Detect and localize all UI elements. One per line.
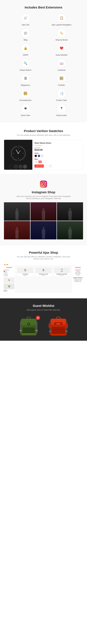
filter-blue[interactable]: Blue [4,272,14,274]
instagram-photo-5 [30,221,57,240]
ext-item-shop-brand: 🏷️ Shop by Brand [44,29,79,41]
svg-text:K: K [28,323,29,325]
ext-label-shop-brand: Shop by Brand [55,39,68,41]
sort-featured[interactable]: Featured [72,270,83,272]
watch-thumb-3[interactable] [18,165,22,168]
ajax-section: Powerful Ajax Shop You can add ajax filt… [0,245,87,298]
gdpr-icon: 🔒 [21,44,30,53]
instagram-subtext: Sale your products over your Instagram F… [15,195,72,200]
size-swatches: XS M L [34,160,81,163]
size-m[interactable]: M [38,160,42,163]
ajax-products-area: 🪑 1st Featured $60.00 🪑 Prodiament Leath… [16,266,72,292]
svg-rect-24 [22,334,35,334]
ext-label-ajax-nav: Ajax Layered Navigation [52,24,72,26]
watch-thumb-4[interactable] [23,165,27,168]
instagram-photo-3 [57,202,83,221]
backpack-green-container: K ♥ [16,314,42,340]
ajax-sort-panel: Shop By ▾ All products Featured Best sel… [72,266,84,292]
svg-point-8 [18,153,19,154]
watch-thumb-1[interactable] [10,165,14,168]
color-swatches [34,154,81,157]
size-xs[interactable]: XS [34,160,38,163]
product-price-2: $55.00 [35,275,52,276]
ajax-filter-sidebar: Shop By ▾ All colors Red Blue Green [3,266,16,292]
ext-item-search: 🔍 Instant Search [8,59,43,71]
promobanners-icon: 🖼️ [21,89,30,98]
watch-thumbnails [4,165,32,168]
ext-item-quick-view: 👁️ Quick View [8,104,43,116]
product-name-2: Prodiament Leather [35,274,52,275]
ext-item-promobanners: 🖼️ Promobanners [8,89,43,101]
furniture-item-1: 🪑 [4,277,14,283]
megamenu-icon: ☰ [21,74,30,83]
filter-check-black[interactable] [4,275,5,276]
ajax-topbar [3,264,84,266]
wishlist-heart-green[interactable]: ♥ [36,316,40,320]
dot-yellow [6,264,7,265]
color-swatch-blue[interactable] [38,154,40,157]
add-to-cart-button[interactable]: Add to Cart [34,164,44,168]
wishlist-icon: ❤️ [57,44,66,53]
ajax-full-layout: Shop By ▾ All colors Red Blue Green [3,266,84,292]
quick-view-icon: 👁️ [21,104,30,113]
watch-product-image [10,145,27,162]
compare-button[interactable]: ⇄ [48,164,52,168]
swatches-section: Product Varition Swatches You can swatch… [0,122,87,174]
svg-rect-10 [17,159,20,161]
product-name-1: 1st Featured [17,274,33,275]
backpack-red-container: SWISS [46,314,71,340]
svg-rect-37 [49,324,51,328]
ajax-heading: Powerful Ajax Shop [3,251,84,254]
ext-item-wishlist: ❤️ Guest Wishlist [44,44,79,56]
product-stars: ★★★★★ [34,144,81,146]
product-img-1: 🪑 [17,268,33,273]
filter-red[interactable]: Red [4,270,14,272]
filter-check-blue[interactable] [4,272,5,273]
key-value-label: Key Value List ▾ [72,281,83,282]
sort-new[interactable]: New arrivals [72,273,83,274]
watch-thumb-2[interactable] [14,165,18,168]
swatches-demo: Short Sleeve Dress ★★★★★ $329.00 $124.00… [4,140,83,170]
color-label: Color: [34,152,81,154]
filter-black[interactable]: Black [4,275,14,276]
svg-point-14 [45,182,46,183]
svg-text:SWISS: SWISS [56,323,60,324]
sort-all[interactable]: All products [72,269,83,270]
backpack-red: SWISS [46,314,71,340]
product-name-3: Anglagard Shop Watch [54,274,70,275]
ext-label-megamenu: Megamenu [21,84,30,86]
sort-sale[interactable]: On sale [72,274,83,276]
ajax-cart-icon: 🛒 [21,14,30,22]
filter-all-colors[interactable]: All colors [4,269,14,270]
instagram-section: Instagram Shop Sale your products over y… [0,174,87,245]
furniture-item-2: 🌿 [4,284,14,289]
ext-label-gdpr: GDPR [23,54,28,56]
sort-best[interactable]: Best sellers [72,272,83,273]
ext-item-ajax-cart: 🛒 Ajax Cart [8,14,43,26]
color-swatch-black[interactable] [34,154,37,157]
filter-check-red[interactable] [4,271,5,272]
wishlist-button[interactable]: ♡ [44,164,48,168]
ext-label-store-locator: StoreLocator [56,114,67,116]
wishlist-section: Guest Wishlist Allow guest users to make… [0,298,87,341]
svg-rect-11 [40,180,47,188]
shop-brand-icon: 🏷️ [57,29,66,38]
ext-label-promobanners: Promobanners [20,99,32,101]
size-l[interactable]: L [42,160,46,163]
filter-check-all[interactable] [4,269,5,270]
svg-rect-22 [20,330,22,331]
filter-check-green[interactable] [4,274,5,275]
ajax-sidebar-heading: Shop By ▾ [4,267,14,268]
filter-green[interactable]: Green [4,274,14,275]
ext-label-search: Instant Search [20,69,32,71]
swatches-heading: Product Varition Swatches [3,129,84,133]
fashion-silhouette-5 [30,221,57,240]
fashion-silhouette-6 [57,221,83,240]
instagram-icon-wrapper [3,180,84,188]
ext-item-portfolio: 🖼️ Portfolio [44,74,79,86]
color-swatch-white[interactable] [41,154,44,157]
product-image-panel [4,140,32,170]
portfolio-icon: 🖼️ [57,74,66,83]
search-icon: 🔍 [21,59,30,68]
ext-label-lookbook: Lookbook [58,69,66,71]
